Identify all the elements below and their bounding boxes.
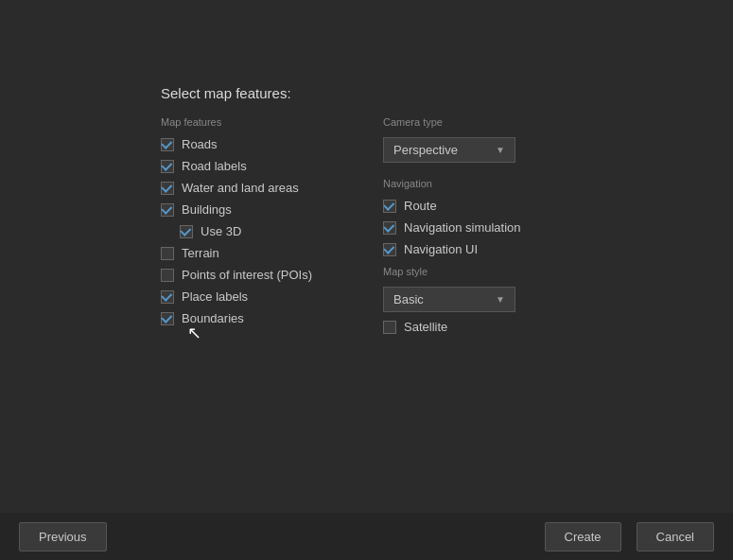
checkbox-nav-ui-box[interactable] [383,243,396,256]
checkbox-roads-box[interactable] [161,138,174,151]
place-labels-label: Place labels [182,289,248,304]
checkbox-water-land[interactable]: Water and land areas [161,181,345,195]
camera-type-dropdown[interactable]: Perspective ▼ [383,137,515,163]
roads-label: Roads [182,137,218,151]
pois-label: Points of interest (POIs) [182,268,312,282]
camera-type-arrow-icon: ▼ [496,145,505,155]
right-column: Camera type Perspective ▼ Navigation Rou… [383,116,567,334]
checkbox-terrain-box[interactable] [161,247,174,260]
checkbox-roads[interactable]: Roads [161,137,345,151]
dialog: Select map features: Map features Roads … [161,85,567,334]
nav-ui-label: Navigation UI [404,242,478,256]
footer: Previous Create Cancel [0,513,733,560]
dialog-title: Select map features: [161,85,567,101]
checkbox-route[interactable]: Route [383,199,567,213]
boundaries-label: Boundaries [182,311,244,325]
terrain-label: Terrain [182,246,219,260]
nav-simulation-label: Navigation simulation [404,220,521,235]
buildings-label: Buildings [182,202,232,217]
checkbox-road-labels[interactable]: Road labels [161,159,345,173]
checkbox-pois[interactable]: Points of interest (POIs) [161,268,345,282]
checkbox-nav-simulation[interactable]: Navigation simulation [383,220,567,235]
checkbox-terrain[interactable]: Terrain [161,246,345,260]
map-features-label: Map features [161,116,345,128]
satellite-label: Satellite [404,320,447,334]
cancel-button[interactable]: Cancel [637,522,714,551]
camera-type-label: Camera type [383,116,567,128]
left-column: Map features Roads Road labels Water and… [161,116,345,334]
road-labels-label: Road labels [182,159,247,173]
checkbox-place-labels-box[interactable] [161,290,174,304]
checkbox-use3d-box[interactable] [180,225,193,238]
checkbox-boundaries[interactable]: Boundaries [161,311,345,325]
camera-type-selected: Perspective [393,143,458,157]
right-buttons: Create Cancel [545,522,715,551]
map-style-selected: Basic [393,292,424,306]
route-label: Route [404,199,437,213]
use3d-label: Use 3D [201,224,241,238]
navigation-section: Navigation Route Navigation simulation N… [383,178,567,256]
checkbox-water-land-box[interactable] [161,182,174,195]
previous-button[interactable]: Previous [19,522,107,551]
checkbox-pois-box[interactable] [161,269,174,282]
camera-type-dropdown-container: Perspective ▼ [383,137,567,163]
checkbox-place-labels[interactable]: Place labels [161,289,345,304]
map-style-label: Map style [383,266,567,277]
map-style-section: Map style Basic ▼ Satellite [383,266,567,334]
checkbox-nav-ui[interactable]: Navigation UI [383,242,567,256]
checkbox-nav-simulation-box[interactable] [383,221,396,235]
checkbox-use3d[interactable]: Use 3D [161,224,345,238]
checkbox-buildings[interactable]: Buildings [161,202,345,217]
checkbox-boundaries-box[interactable] [161,312,174,325]
map-style-dropdown[interactable]: Basic ▼ [383,287,515,312]
checkbox-satellite[interactable]: Satellite [383,320,567,334]
map-style-arrow-icon: ▼ [496,294,505,305]
checkbox-route-box[interactable] [383,200,396,213]
water-land-label: Water and land areas [182,181,299,195]
create-button[interactable]: Create [545,522,621,551]
checkbox-buildings-box[interactable] [161,203,174,217]
checkbox-satellite-box[interactable] [383,321,396,334]
checkbox-road-labels-box[interactable] [161,160,174,173]
navigation-label: Navigation [383,178,567,189]
